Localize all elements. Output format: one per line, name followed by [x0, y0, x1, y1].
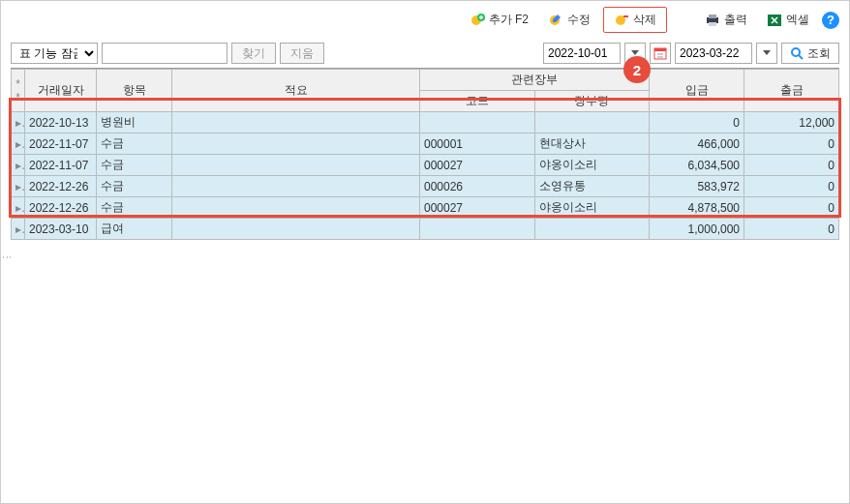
row-handle[interactable]: ▸ — [12, 176, 25, 197]
cell-code[interactable]: 000027 — [420, 155, 535, 176]
header-memo[interactable]: 적요 — [172, 70, 420, 112]
cell-book[interactable] — [534, 219, 650, 240]
cell-withdraw[interactable]: 0 — [744, 133, 839, 155]
cell-withdraw[interactable]: 0 — [744, 155, 839, 176]
cell-memo[interactable] — [172, 176, 420, 197]
print-icon — [705, 13, 720, 28]
cell-memo[interactable] — [172, 133, 420, 155]
date-to-input[interactable] — [675, 43, 752, 64]
add-icon — [470, 13, 485, 28]
delete-button[interactable]: 삭제 — [603, 7, 667, 33]
cell-code[interactable]: 000026 — [420, 176, 535, 197]
edit-icon — [548, 13, 563, 28]
cell-item[interactable]: 수금 — [97, 155, 172, 176]
filter-bar: 표 기능 잠금 찾기 지움 조회 — [1, 39, 849, 68]
header-code[interactable]: 코드 — [420, 91, 535, 112]
cell-memo[interactable] — [172, 155, 420, 176]
cell-withdraw[interactable]: 0 — [744, 176, 839, 197]
cell-date[interactable]: 2022-11-07 — [25, 133, 97, 155]
excel-button[interactable]: 엑셀 — [760, 9, 816, 31]
search-text-input[interactable] — [102, 43, 228, 64]
cell-code[interactable] — [420, 112, 535, 133]
cell-withdraw[interactable]: 0 — [744, 197, 839, 219]
cell-memo[interactable] — [172, 197, 420, 219]
excel-icon — [767, 13, 782, 28]
add-button[interactable]: 추가 F2 — [463, 9, 535, 31]
cell-book[interactable]: 야옹이소리 — [534, 197, 650, 219]
table-header: ** 거래일자 항목 적요 관련장부 입금 출금 코드 장부명 — [12, 70, 839, 112]
edit-button[interactable]: 수정 — [541, 9, 597, 31]
cell-item[interactable]: 수금 — [97, 133, 172, 155]
table-row[interactable]: ▸2022-11-07수금000027야옹이소리6,034,5000 — [12, 155, 839, 176]
svg-rect-4 — [623, 15, 628, 17]
excel-label: 엑셀 — [786, 12, 809, 28]
svg-line-14 — [799, 55, 803, 59]
cell-date[interactable]: 2023-03-10 — [25, 219, 97, 240]
calendar-icon — [653, 46, 667, 60]
table-row[interactable]: ▸2022-10-13병원비012,000 — [12, 112, 839, 133]
top-toolbar: 추가 F2 수정 삭제 출력 엑셀 ? — [1, 1, 849, 39]
row-handle[interactable]: ▸ — [12, 197, 25, 219]
date-from-input[interactable] — [543, 43, 621, 64]
cell-date[interactable]: 2022-11-07 — [25, 155, 97, 176]
cell-item[interactable]: 병원비 — [97, 112, 172, 133]
table-row[interactable]: ▸2023-03-10급여1,000,0000 — [12, 219, 839, 240]
cell-date[interactable]: 2022-10-13 — [25, 112, 97, 133]
delete-icon — [614, 13, 629, 28]
svg-rect-6 — [709, 15, 716, 18]
cell-book[interactable]: 현대상사 — [534, 133, 650, 155]
search-button[interactable]: 조회 — [781, 43, 839, 64]
cell-withdraw[interactable]: 0 — [744, 219, 839, 240]
print-button[interactable]: 출력 — [698, 9, 754, 31]
chevron-down-icon — [763, 50, 771, 56]
row-handle[interactable]: ▸ — [12, 133, 25, 155]
cell-item[interactable]: 수금 — [97, 197, 172, 219]
row-handle[interactable]: ▸ — [12, 219, 25, 240]
cell-deposit[interactable]: 0 — [650, 112, 744, 133]
cell-item[interactable]: 급여 — [97, 219, 172, 240]
help-button[interactable]: ? — [822, 12, 839, 29]
cell-deposit[interactable]: 1,000,000 — [650, 219, 744, 240]
calendar-button[interactable] — [650, 43, 671, 64]
cell-withdraw[interactable]: 12,000 — [744, 112, 839, 133]
header-deposit[interactable]: 입금 — [650, 70, 744, 112]
search-label: 조회 — [807, 45, 831, 62]
cell-code[interactable] — [420, 219, 535, 240]
cell-code[interactable]: 000001 — [420, 133, 535, 155]
cell-book[interactable]: 야옹이소리 — [534, 155, 650, 176]
svg-point-13 — [792, 48, 800, 56]
cell-book[interactable]: 소영유통 — [534, 176, 650, 197]
table-row[interactable]: ▸2022-12-26수금000026소영유통583,9720 — [12, 176, 839, 197]
cell-book[interactable] — [534, 112, 650, 133]
table-lock-select[interactable]: 표 기능 잠금 — [11, 43, 98, 64]
header-withdraw[interactable]: 출금 — [744, 70, 839, 112]
cell-deposit[interactable]: 583,972 — [650, 176, 744, 197]
header-book[interactable]: 장부명 — [534, 91, 650, 112]
print-label: 출력 — [724, 12, 747, 28]
cell-date[interactable]: 2022-12-26 — [25, 197, 97, 219]
table-body: ▸2022-10-13병원비012,000▸2022-11-07수금000001… — [12, 112, 839, 240]
header-handle[interactable]: ** — [12, 70, 25, 112]
date-to-dropdown[interactable] — [756, 43, 777, 64]
cell-code[interactable]: 000027 — [420, 197, 535, 219]
table-row[interactable]: ▸2022-11-07수금000001현대상사466,0000 — [12, 133, 839, 155]
cell-date[interactable]: 2022-12-26 — [25, 176, 97, 197]
table-row[interactable]: ▸2022-12-26수금000027야옹이소리4,878,5000 — [12, 197, 839, 219]
step-badge-2: 2 — [623, 56, 651, 83]
header-group-book[interactable]: 관련장부 — [420, 70, 650, 91]
svg-rect-7 — [709, 22, 716, 26]
row-handle[interactable]: ▸ — [12, 112, 25, 133]
header-date[interactable]: 거래일자 — [25, 70, 97, 112]
cell-deposit[interactable]: 466,000 — [650, 133, 744, 155]
cell-item[interactable]: 수금 — [97, 176, 172, 197]
left-drag-handle[interactable]: ⋮ — [2, 252, 13, 260]
find-button[interactable]: 찾기 — [231, 43, 276, 64]
edit-label: 수정 — [567, 12, 591, 28]
cell-memo[interactable] — [172, 219, 420, 240]
cell-memo[interactable] — [172, 112, 420, 133]
row-handle[interactable]: ▸ — [12, 155, 25, 176]
header-item[interactable]: 항목 — [97, 70, 172, 112]
cell-deposit[interactable]: 6,034,500 — [650, 155, 744, 176]
clear-button[interactable]: 지움 — [280, 43, 324, 64]
cell-deposit[interactable]: 4,878,500 — [650, 197, 744, 219]
